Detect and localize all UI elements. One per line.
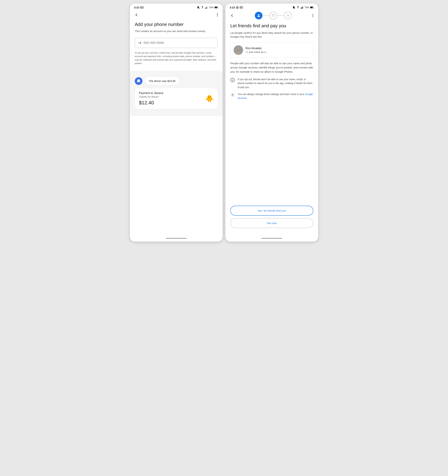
- step-1: [255, 12, 263, 19]
- svg-rect-19: [301, 8, 301, 9]
- time-2: 3:23: [230, 6, 235, 9]
- info-text-1: If you opt out, friends won't be able to…: [238, 77, 313, 89]
- payment-preview-card: Payment to Jessica Thanks for dinner! $1…: [135, 88, 218, 109]
- battery-icon-1: [215, 6, 218, 9]
- privacy-text: To set up your account, control risk, an…: [135, 51, 218, 65]
- svg-rect-24: [310, 7, 313, 8]
- payment-amount: $12.40: [139, 100, 163, 106]
- step-connector-2: [277, 15, 284, 16]
- jessica-avatar: 🐥: [205, 95, 213, 102]
- svg-point-30: [236, 51, 241, 55]
- yes-let-find-button[interactable]: Yes, let friends find you: [230, 206, 313, 216]
- location-icon-2: [236, 6, 239, 9]
- svg-rect-22: [302, 6, 303, 9]
- status-bar-2: 3:23: [225, 4, 318, 11]
- screen2-title: Let friends find and pay you: [230, 23, 313, 29]
- svg-rect-20: [301, 7, 302, 9]
- phone-input[interactable]: +1 000-000-0000: [135, 38, 218, 48]
- top-bar-2: [225, 11, 318, 21]
- more-menu-button-1[interactable]: [216, 12, 219, 18]
- phone-number-field[interactable]: 000-000-0000: [144, 41, 164, 45]
- chat-bubble: The dinner was $24.80: [145, 77, 179, 85]
- top-bar-1: [130, 11, 223, 20]
- photo-icon-2: [240, 6, 243, 9]
- svg-rect-5: [206, 7, 206, 9]
- settings-icon: [230, 93, 235, 97]
- signal-icon-1: [205, 6, 208, 9]
- svg-line-2: [197, 6, 200, 9]
- svg-rect-7: [207, 6, 207, 9]
- back-button-2[interactable]: [229, 12, 235, 19]
- screen1: 3:23: [130, 4, 223, 242]
- svg-point-10: [138, 80, 138, 81]
- screen2-subtitle: Let people confirm it's you when they se…: [230, 31, 313, 39]
- preview-section: The dinner was $24.80 Payment to Jessica…: [130, 71, 223, 116]
- svg-point-12: [237, 7, 238, 8]
- not-now-button[interactable]: Not now: [230, 218, 313, 228]
- payment-note: Thanks for dinner!: [139, 95, 163, 98]
- info-item-2: You can always change these settings and…: [230, 92, 313, 100]
- battery-1: 75%: [209, 6, 213, 9]
- step-connector-1: [263, 15, 269, 16]
- svg-point-33: [232, 80, 233, 81]
- svg-point-18: [298, 8, 298, 9]
- svg-point-34: [232, 94, 233, 96]
- chat-avatar: [135, 77, 142, 85]
- step-3: [284, 12, 292, 19]
- svg-point-25: [258, 14, 259, 16]
- more-menu-button-2[interactable]: [311, 13, 315, 19]
- info-text-2: You can always change these settings and…: [238, 92, 313, 100]
- body-text: People with your number will also be abl…: [230, 61, 313, 74]
- user-profile-card: Ron Amadeo +1 ●●● ●●●● ●● ●: [230, 42, 313, 58]
- svg-point-29: [237, 47, 240, 51]
- photo-icon-1: [140, 6, 144, 9]
- warning-icon: [230, 78, 235, 82]
- info-item-1: If you opt out, friends won't be able to…: [230, 77, 313, 89]
- time-1: 3:23: [134, 6, 139, 9]
- user-avatar: [234, 45, 243, 55]
- bell-slash-icon-1: [197, 6, 200, 9]
- svg-point-11: [139, 80, 140, 81]
- screen2: 3:23: [225, 4, 318, 242]
- bell-slash-icon-2: [292, 6, 295, 9]
- stepper: [235, 12, 311, 19]
- payment-title: Payment to Jessica: [139, 91, 163, 95]
- action-buttons: Yes, let friends find you Not now: [230, 206, 313, 232]
- svg-point-3: [202, 8, 203, 9]
- user-phone: +1 ●●● ●●●● ●● ●: [246, 51, 266, 53]
- screen1-title: Add your phone number: [135, 22, 218, 28]
- country-code: +1: [138, 41, 141, 45]
- home-indicator-1: [166, 238, 187, 239]
- status-bar-1: 3:23: [130, 4, 223, 11]
- home-indicator-2: [261, 238, 282, 239]
- back-button-1[interactable]: [133, 12, 140, 18]
- user-name: Ron Amadeo: [246, 47, 266, 50]
- battery-2: 75%: [304, 6, 309, 9]
- signal-icon-2: [301, 6, 303, 9]
- wifi-icon-2: [297, 6, 300, 9]
- screen1-subtitle: This creates an account so you can send …: [135, 29, 218, 33]
- battery-icon-2: [310, 6, 314, 9]
- svg-rect-21: [302, 7, 302, 9]
- wifi-icon-1: [201, 6, 204, 9]
- svg-rect-4: [205, 8, 205, 9]
- svg-rect-6: [206, 7, 207, 9]
- step-2: [269, 12, 277, 19]
- svg-rect-9: [215, 7, 217, 8]
